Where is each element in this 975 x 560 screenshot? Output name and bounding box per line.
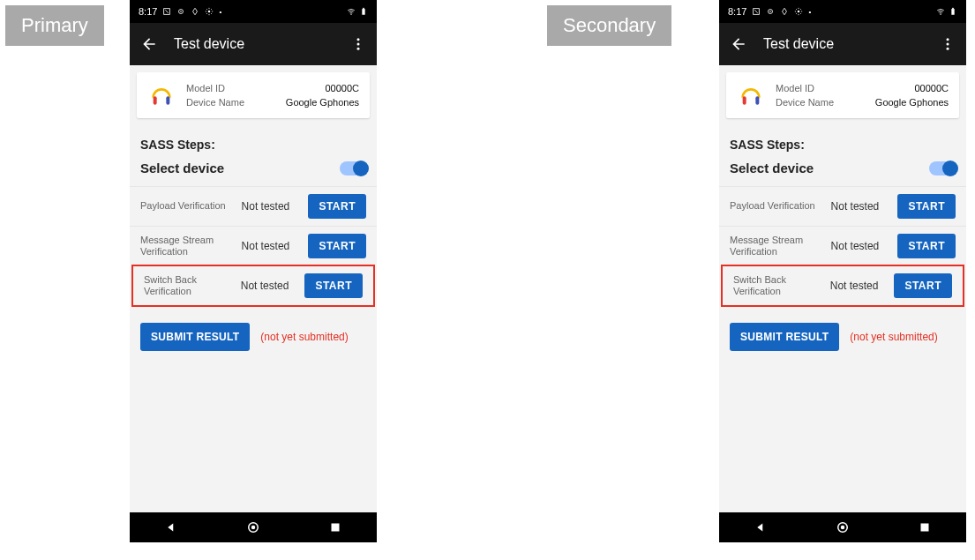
test-name: Message Stream Verification [730,235,826,258]
gear-icon [794,7,803,16]
device-name-value: Google Gphones [875,97,949,108]
select-device-toggle[interactable] [340,161,366,175]
app-bar: Test device [719,23,966,65]
select-device-label: Select device [730,161,814,175]
start-button[interactable]: START [304,273,363,298]
android-nav-bar [130,512,377,542]
highlighted-row: Switch Back Verification Not tested STAR… [721,265,964,307]
device-name-value: Google Gphones [286,97,359,108]
device-card: Model ID 00000C Device Name Google Gphon… [137,72,370,118]
status-time: 8:17 [728,6,746,17]
svg-rect-28 [755,96,759,104]
svg-point-8 [357,38,360,41]
model-id-value: 00000C [325,83,359,93]
start-button[interactable]: START [308,234,366,258]
secondary-label: Secondary [547,5,671,46]
overflow-menu-icon[interactable] [940,36,956,52]
test-name: Switch Back Verification [144,274,236,297]
test-name: Message Stream Verification [140,235,236,258]
nav-home-icon[interactable] [835,519,851,535]
gear-icon [205,7,214,16]
submit-status: (not yet submitted) [850,331,937,343]
highlighted-row: Switch Back Verification Not tested STAR… [131,265,375,307]
nav-back-icon[interactable] [163,519,179,535]
headphones-icon [147,81,176,109]
submit-result-button[interactable]: SUBMIT RESULT [140,323,250,351]
nav-recent-icon[interactable] [327,519,343,535]
test-status: Not tested [831,200,893,213]
start-button[interactable]: START [894,273,952,298]
status-dot-icon: • [219,8,221,16]
svg-point-3 [181,11,183,12]
svg-rect-12 [166,96,169,104]
secondary-phone: 8:17 • Test device [719,0,966,542]
status-icon-1 [752,7,761,16]
test-name: Switch Back Verification [733,274,825,297]
svg-point-20 [798,11,800,13]
test-status: Not tested [831,240,893,252]
test-status: Not tested [830,280,889,292]
model-id-label: Model ID [776,83,814,93]
svg-point-9 [357,43,360,46]
svg-rect-15 [332,524,340,532]
svg-point-4 [208,11,211,13]
headphones-icon [737,81,765,109]
svg-point-30 [841,526,845,530]
test-status: Not tested [241,280,300,292]
svg-rect-7 [363,8,364,9]
svg-point-21 [940,14,941,15]
app-bar: Test device [130,23,377,65]
test-row-message-stream: Message Stream Verification Not tested S… [719,226,966,265]
start-button[interactable]: START [308,194,366,219]
start-button[interactable]: START [897,234,956,258]
test-name: Payload Verification [730,200,826,212]
test-row-message-stream: Message Stream Verification Not tested S… [130,226,377,265]
status-icon-1 [162,7,171,16]
status-icon-3 [780,7,789,16]
overflow-menu-icon[interactable] [350,36,366,52]
svg-line-1 [166,10,169,12]
test-status: Not tested [242,200,304,213]
back-arrow-icon[interactable] [140,35,158,53]
svg-rect-23 [952,8,954,9]
primary-label: Primary [5,5,104,46]
nav-recent-icon[interactable] [917,519,933,535]
device-name-label: Device Name [186,97,244,108]
test-row-switch-back: Switch Back Verification Not tested STAR… [133,266,373,305]
page-title: Test device [763,36,924,52]
start-button[interactable]: START [897,194,956,219]
svg-point-24 [947,38,949,41]
wifi-icon [936,7,945,16]
back-arrow-icon[interactable] [730,35,747,53]
svg-rect-11 [154,96,157,104]
test-status: Not tested [242,240,304,252]
nav-home-icon[interactable] [245,519,261,535]
status-time: 8:17 [139,6,157,17]
svg-rect-31 [921,524,929,532]
test-row-payload: Payload Verification Not tested START [130,186,377,226]
svg-rect-27 [743,96,746,104]
device-card: Model ID 00000C Device Name Google Gphon… [726,72,959,118]
svg-point-25 [947,43,949,46]
model-id-label: Model ID [186,83,225,93]
status-icon-3 [191,7,199,16]
model-id-value: 00000C [914,83,949,93]
select-device-label: Select device [140,161,224,175]
nav-back-icon[interactable] [753,519,769,535]
test-row-switch-back: Switch Back Verification Not tested STAR… [723,266,963,305]
svg-point-10 [357,48,360,50]
submit-result-button[interactable]: SUBMIT RESULT [730,323,839,351]
android-nav-bar [719,512,966,542]
svg-rect-22 [951,9,954,15]
page-title: Test device [174,36,334,52]
device-name-label: Device Name [776,97,834,108]
primary-phone: 8:17 • Test device [130,0,377,542]
status-bar: 8:17 • [130,0,377,23]
sass-steps-title: SASS Steps: [719,125,966,157]
sass-steps-title: SASS Steps: [130,125,377,157]
submit-status: (not yet submitted) [260,331,348,343]
svg-point-5 [350,14,351,15]
battery-icon [949,7,957,16]
battery-icon [359,7,368,16]
select-device-toggle[interactable] [929,161,956,175]
